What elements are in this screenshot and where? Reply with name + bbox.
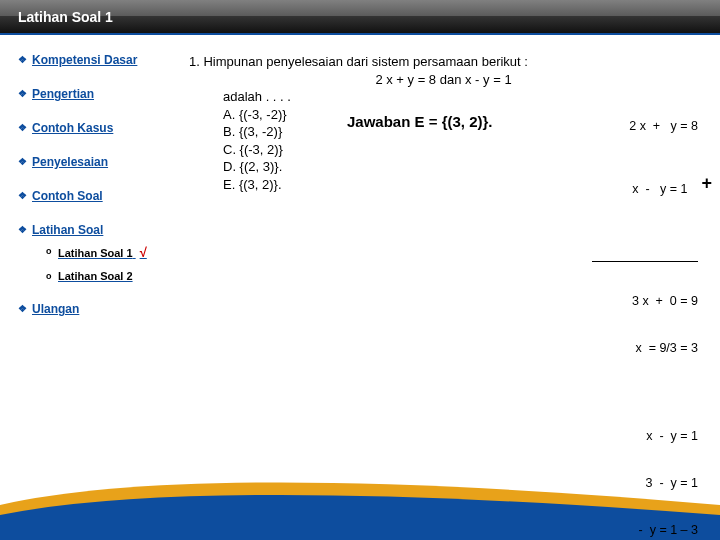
sidebar-item-label: Ulangan [32,302,79,316]
question-number: 1. [189,54,203,69]
sidebar: Kompetensi Dasar Pengertian Contoh Kasus… [0,35,175,495]
options-column: adalah . . . . A. {(-3, -2)} B. {(3, -2)… [189,88,339,540]
sidebar-item-latihan-soal[interactable]: Latihan Soal Latihan Soal 1 √ Latihan So… [18,223,167,282]
sidebar-item-label: Contoh Soal [32,189,103,203]
sidebar-item-label: Pengertian [32,87,94,101]
working-column: 2 x + y = 8 x - y = 1 + 3 x + 0 = 9 x = … [570,88,698,540]
rule-line [592,261,698,262]
work1-l4: x = 9/3 = 3 [570,341,698,357]
option-b: B. {(3, -2)} [223,123,339,141]
sidebar-sub-latihan-1[interactable]: Latihan Soal 1 √ [46,245,167,260]
question-equation: 2 x + y = 8 dan x - y = 1 [189,71,698,89]
content-area: 1. Himpunan penyelesaian dari sistem per… [175,35,720,495]
sidebar-sub-latihan-2[interactable]: Latihan Soal 2 [46,270,167,282]
checkmark-icon: √ [140,245,147,260]
work1-l1: 2 x + y = 8 [570,119,698,135]
work1-l2: x - y = 1 [632,182,698,196]
work2-l3: - y = 1 – 3 [570,523,698,539]
question-text: Himpunan penyelesaian dari sistem persam… [203,54,527,69]
sidebar-sub-label: Latihan Soal 1 [58,247,133,259]
adalah-text: adalah . . . . [223,88,339,106]
option-e: E. {(3, 2)}. [223,176,339,194]
sidebar-item-penyelesaian[interactable]: Penyelesaian [18,155,167,169]
page-header: Latihan Soal 1 [0,0,720,35]
sidebar-item-contoh-kasus[interactable]: Contoh Kasus [18,121,167,135]
answer-text: Jawaban E = {(3, 2)}. [347,112,570,132]
sidebar-item-pengertian[interactable]: Pengertian [18,87,167,101]
main-container: Kompetensi Dasar Pengertian Contoh Kasus… [0,35,720,495]
work1-l3: 3 x + 0 = 9 [570,294,698,310]
work2-l2: 3 - y = 1 [570,476,698,492]
sidebar-item-ulangan[interactable]: Ulangan [18,302,167,316]
question-line: 1. Himpunan penyelesaian dari sistem per… [189,53,698,71]
sidebar-item-label: Penyelesaian [32,155,108,169]
page-title: Latihan Soal 1 [18,9,113,25]
option-d: D. {(2, 3)}. [223,158,339,176]
sidebar-sub-list: Latihan Soal 1 √ Latihan Soal 2 [46,245,167,282]
sidebar-item-label: Kompetensi Dasar [32,53,137,67]
sidebar-item-label: Contoh Kasus [32,121,113,135]
sidebar-sub-label: Latihan Soal 2 [58,270,133,282]
option-c: C. {(-3, 2)} [223,141,339,159]
work2-l1: x - y = 1 [570,429,698,445]
plus-icon: + [701,172,712,195]
answer-column: Jawaban E = {(3, 2)}. [339,88,570,540]
option-a: A. {(-3, -2)} [223,106,339,124]
question-body: adalah . . . . A. {(-3, -2)} B. {(3, -2)… [189,88,698,540]
sidebar-item-kompetensi[interactable]: Kompetensi Dasar [18,53,167,67]
sidebar-item-contoh-soal[interactable]: Contoh Soal [18,189,167,203]
sidebar-item-label: Latihan Soal [32,223,103,237]
